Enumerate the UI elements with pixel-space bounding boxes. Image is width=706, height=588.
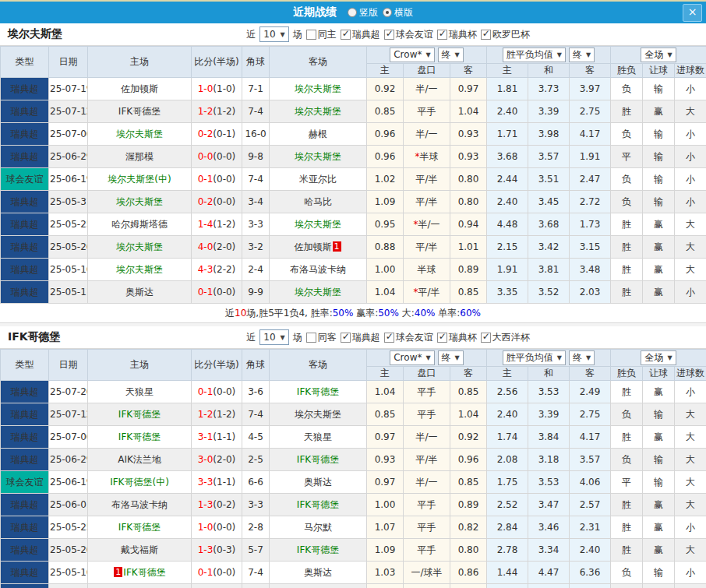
avg-draw-odds: 3.47: [528, 494, 570, 516]
score-cell: 1-2(1-2): [192, 403, 242, 426]
competition-checkbox[interactable]: [384, 30, 394, 40]
handicap-cell: 半球: [404, 259, 450, 281]
avg-home-odds: 3.68: [487, 146, 528, 168]
home-team-cell: 埃尔夫斯堡: [88, 123, 192, 146]
competition-checkbox[interactable]: [481, 333, 491, 343]
wdl-avg-dropdown[interactable]: 胜平负均值▼: [503, 350, 566, 365]
home-team-cell: 埃尔夫斯堡: [88, 191, 192, 213]
competition-filter[interactable]: 球会友谊: [384, 28, 433, 41]
halftime-score: (0-0): [213, 567, 235, 578]
handicap-cell: 平/半: [404, 236, 450, 259]
away-team-name: IFK哥德堡: [297, 499, 339, 510]
same-venue-checkbox[interactable]: [306, 333, 316, 343]
wdl-final-dropdown-label: 终: [573, 48, 582, 62]
summary-segment: 50%: [378, 308, 399, 319]
section-header: IFK哥德堡近10▼场同客瑞典超球会友谊瑞典杯大西洋杯: [0, 326, 706, 349]
score-cell: 1-3(0-3): [192, 539, 242, 562]
chevron-down-icon: ▼: [557, 48, 562, 62]
col-date: 日期: [49, 350, 88, 381]
wdl-avg-dropdown[interactable]: 胜平负均值▼: [503, 48, 566, 62]
result-wdl-cell: 胜: [611, 426, 643, 449]
section-header: 埃尔夫斯堡近10▼场同主瑞典超球会友谊瑞典杯欧罗巴杯: [0, 23, 706, 46]
date-cell: 25-05-25: [49, 516, 88, 539]
away-team-name: 埃尔夫斯堡: [295, 409, 341, 420]
competition-filter[interactable]: 瑞典杯: [437, 331, 477, 344]
crow-dropdown[interactable]: Crow*▼: [390, 48, 434, 62]
same-venue-filter[interactable]: 同主: [306, 28, 337, 41]
crow-home-odds: 0.93: [367, 449, 404, 471]
handicap-text: 半/一: [415, 431, 437, 442]
sub-col-result-wdl: 胜负: [611, 367, 643, 381]
crow-final-dropdown[interactable]: 终▼: [438, 48, 464, 62]
crow-away-odds: 0.86: [450, 562, 487, 584]
match-row: 瑞典超25-05-13IFK哥德堡1-2(1-1)5-1佐加顿斯1.12平/半0…: [1, 584, 706, 588]
competition-checkbox[interactable]: [384, 333, 394, 343]
corner-cell: 3-4: [242, 191, 270, 213]
competition-label: 球会友谊: [396, 331, 433, 344]
competition-filter[interactable]: 球会友谊: [384, 331, 433, 344]
fulltime-dropdown[interactable]: 全场▼: [641, 48, 676, 62]
crow-dropdown[interactable]: Crow*▼: [390, 350, 434, 365]
result-handicap-cell: 赢: [643, 259, 675, 281]
avg-home-odds: 1.75: [487, 471, 528, 494]
result-wdl-cell: 负: [611, 78, 643, 100]
result-goals-cell: 小: [675, 123, 706, 146]
avg-draw-odds: 3.42: [528, 236, 570, 259]
layout-vertical-option[interactable]: 竖版: [348, 6, 378, 19]
layout-horizontal-option[interactable]: 横版: [383, 6, 413, 19]
wdl-final-dropdown[interactable]: 终▼: [569, 350, 595, 365]
match-row: 瑞典超25-05-20戴戈福斯1-3(0-3)5-7IFK哥德堡1.09平手0.…: [1, 539, 706, 562]
competition-checkbox[interactable]: [341, 30, 351, 40]
competition-filter[interactable]: 欧罗巴杯: [481, 28, 530, 41]
league-cell: 瑞典超: [1, 281, 49, 304]
result-goals-cell: 大: [675, 403, 706, 426]
crow-final-dropdown[interactable]: 终▼: [438, 350, 464, 365]
competition-checkbox[interactable]: [437, 333, 447, 343]
wdl-final-dropdown[interactable]: 终▼: [569, 48, 595, 62]
filters-bar: 近10▼场同主瑞典超球会友谊瑞典杯欧罗巴杯: [246, 26, 529, 42]
competition-checkbox[interactable]: [341, 333, 351, 343]
recent-results-table: 类型日期主场比分(半场)角球客场Crow*▼终▼胜平负均值▼终▼全场▼主盘口客主…: [0, 349, 706, 588]
home-team-name: 哈尔姆斯塔德: [111, 219, 168, 230]
handicap-text: 平手: [418, 522, 436, 533]
competition-filter[interactable]: 瑞典杯: [437, 28, 477, 41]
result-goals-cell: 小: [675, 381, 706, 403]
result-wdl-cell: 胜: [611, 259, 643, 281]
avg-home-odds: 1.81: [487, 78, 528, 100]
handicap-text: 半/一: [415, 129, 437, 139]
radio-vertical-icon[interactable]: [348, 8, 357, 17]
chevron-down-icon: ▼: [557, 351, 562, 364]
match-row: 瑞典超25-07-12IFK哥德堡1-2(1-2)7-4埃尔夫斯堡0.85平手1…: [1, 100, 706, 123]
competition-checkbox[interactable]: [481, 30, 491, 40]
near-label: 近: [246, 28, 256, 41]
match-count-select[interactable]: 10▼: [259, 329, 288, 345]
close-button[interactable]: ×: [683, 4, 702, 22]
recent-results-table: 类型日期主场比分(半场)角球客场Crow*▼终▼胜平负均值▼终▼全场▼主盘口客主…: [0, 46, 706, 304]
same-venue-filter[interactable]: 同客: [306, 331, 337, 344]
away-team-cell: 佐加顿斯1: [270, 236, 367, 259]
crow-away-odds: 0.89: [450, 259, 487, 281]
corner-cell: 2-4: [242, 259, 270, 281]
away-team-name: 埃尔夫斯堡: [295, 287, 341, 298]
corner-cell: 9-9: [242, 281, 270, 304]
home-team-cell: 天狼星: [88, 381, 192, 403]
crow-away-odds: 1.04: [450, 403, 487, 426]
corner-cell: 5-1: [242, 584, 270, 588]
competition-filter[interactable]: 大西洋杯: [481, 331, 530, 344]
match-count-select[interactable]: 10▼: [259, 26, 288, 42]
avg-draw-odds: 3.51: [528, 168, 570, 191]
sub-col-avg-away: 客: [570, 367, 611, 381]
league-cell: 瑞典超: [1, 449, 49, 471]
date-cell: 25-05-25: [49, 213, 88, 236]
competition-filter[interactable]: 瑞典超: [341, 331, 380, 344]
competition-filter[interactable]: 瑞典超: [341, 28, 380, 41]
radio-horizontal-icon[interactable]: [383, 8, 392, 17]
same-venue-checkbox[interactable]: [306, 30, 316, 40]
halftime-score: (0-3): [213, 544, 235, 555]
fulltime-dropdown[interactable]: 全场▼: [641, 350, 676, 365]
away-team-name: 埃尔夫斯堡: [295, 83, 341, 94]
competition-checkbox[interactable]: [437, 30, 447, 40]
same-venue-label: 同客: [318, 331, 337, 344]
avg-away-odds: 4.17: [570, 123, 611, 146]
result-wdl-cell: 胜: [611, 100, 643, 123]
